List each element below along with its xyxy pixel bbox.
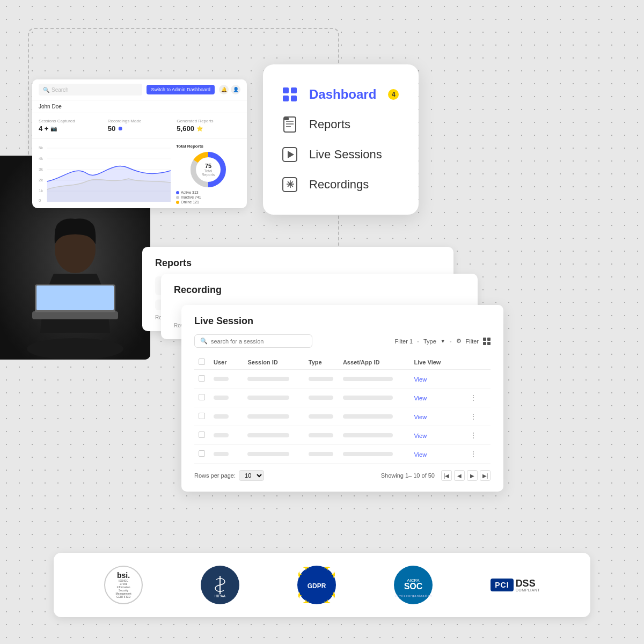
table-footer: Rows per page: 10 25 50 Showing 1– 10 of… (194, 470, 491, 481)
legend-item-online: Online 121 (176, 200, 240, 204)
filter1-button[interactable]: Filter 1 (394, 338, 413, 345)
rows-per-page-label: Rows per page: (194, 472, 236, 479)
svg-rect-26 (291, 87, 297, 93)
record-icon: ⏺ (118, 126, 123, 131)
grid-icon (280, 85, 299, 104)
generated-reports-stat: Generated Reports 5,600 ⭐ (177, 119, 240, 133)
recording-card-title: Recording (174, 284, 465, 296)
camera-icon: 📷 (50, 126, 57, 131)
asterisk-icon: ✳ (280, 175, 299, 194)
table-row: View ⋮ (194, 445, 491, 464)
more-options-icon[interactable]: ⋮ (470, 412, 477, 421)
row-checkbox[interactable] (199, 431, 205, 438)
last-page-button[interactable]: ▶| (480, 470, 491, 481)
rows-per-page-select[interactable]: 10 25 50 (239, 470, 264, 481)
type-skeleton (309, 433, 333, 437)
search-session-input[interactable]: 🔍 (194, 334, 312, 348)
header-type: Type (304, 355, 339, 370)
header-live-view: Live View (409, 355, 465, 370)
svg-text:HIPAA: HIPAA (215, 594, 226, 598)
header-session-id: Session ID (243, 355, 304, 370)
next-page-button[interactable]: ▶ (467, 470, 478, 481)
donut-value: 75 (199, 163, 218, 169)
svg-marker-35 (288, 151, 294, 158)
user-avatar-icon[interactable]: 👤 (231, 85, 240, 94)
donut-chart: Total Reports 75 Total Reports Active 31… (176, 144, 240, 203)
svg-rect-22 (32, 311, 118, 319)
session-table: User Session ID Type Asset/App ID Live V… (194, 355, 491, 464)
generated-reports-label: Generated Reports (177, 119, 240, 123)
view-link[interactable]: View (414, 433, 427, 439)
prev-page-button[interactable]: ◀ (454, 470, 465, 481)
recordings-made-stat: Recordings Made 50 ⏺ (108, 119, 172, 133)
nav-item-dashboard[interactable]: Dashboard 4 (280, 79, 401, 109)
donut-title: Total Reports (176, 144, 203, 149)
type-skeleton (309, 377, 333, 381)
certification-bar: bsi. ISO/IEC27001InformationSecurityMana… (54, 553, 590, 617)
reports-nav-label: Reports (309, 118, 350, 131)
nav-item-reports[interactable]: Reports (280, 109, 401, 140)
svg-rect-27 (283, 96, 289, 101)
user-skeleton (214, 396, 229, 400)
aicpa-soc-cert: AICPA SOC serviceorganization (394, 566, 433, 604)
notification-icon[interactable]: 🔔 (219, 85, 229, 94)
sessions-captured-stat: Sessions Captured 4 + 📷 (39, 119, 103, 133)
live-session-title: Live Session (194, 316, 491, 327)
svg-marker-45 (335, 582, 335, 588)
sessions-captured-label: Sessions Captured (39, 119, 103, 123)
switch-admin-button[interactable]: Switch to Admin Dashboard (147, 85, 215, 94)
user-skeleton (214, 452, 229, 456)
svg-text:5k: 5k (39, 145, 43, 150)
live-sessions-nav-label: Live Sessions (309, 148, 382, 162)
hipaa-logo: HIPAA (201, 566, 239, 604)
more-options-icon[interactable]: ⋮ (470, 450, 477, 458)
select-all-checkbox[interactable] (199, 358, 205, 365)
charts-row: 5k 4k 3k 2k 1k 0 AY OCT (32, 138, 247, 208)
nav-item-live-sessions[interactable]: Live Sessions (280, 140, 401, 170)
legend-item-active: Active 313 (176, 191, 240, 194)
row-checkbox[interactable] (199, 413, 205, 419)
table-header: User Session ID Type Asset/App ID Live V… (194, 355, 491, 370)
svg-text:GDPR: GDPR (308, 582, 326, 590)
table-row: View ⋮ (194, 407, 491, 426)
svg-text:SOC: SOC (404, 582, 423, 591)
session-table-body: View View ⋮ View ⋮ (194, 370, 491, 464)
play-icon (280, 145, 299, 164)
more-options-icon[interactable]: ⋮ (470, 393, 477, 402)
view-link[interactable]: View (414, 451, 427, 458)
recordings-nav-label: Recordings (309, 178, 369, 192)
nav-item-recordings[interactable]: ✳ Recordings (280, 170, 401, 200)
view-link[interactable]: View (414, 414, 427, 420)
view-link[interactable]: View (414, 395, 427, 401)
grid-view-icon[interactable] (483, 338, 491, 345)
session-id-skeleton (247, 452, 289, 456)
first-page-button[interactable]: |◀ (441, 470, 452, 481)
session-id-skeleton (247, 414, 289, 419)
search-session-field[interactable] (211, 338, 306, 345)
svg-point-20 (27, 338, 123, 360)
asset-skeleton (343, 377, 393, 381)
type-button[interactable]: Type (423, 338, 436, 345)
svg-marker-42 (313, 567, 320, 567)
filter-button[interactable]: Filter (466, 338, 479, 345)
search-bar[interactable]: 🔍 Search (39, 84, 142, 96)
row-checkbox[interactable] (199, 394, 205, 400)
view-link[interactable]: View (414, 376, 427, 383)
session-id-skeleton (247, 396, 289, 400)
svg-text:2k: 2k (39, 178, 43, 182)
header-user: User (209, 355, 243, 370)
header-checkbox-col (194, 355, 209, 370)
svg-rect-33 (284, 118, 289, 120)
bsi-logo: bsi. ISO/IEC27001InformationSecurityMana… (104, 566, 143, 604)
svg-rect-24 (36, 286, 114, 310)
type-skeleton (309, 452, 333, 456)
svg-text:1k: 1k (39, 188, 43, 193)
aicpa-soc-logo: AICPA SOC serviceorganization (394, 566, 433, 604)
star-icon: ⭐ (196, 126, 203, 131)
row-checkbox[interactable] (199, 450, 205, 457)
user-skeleton (214, 414, 229, 419)
admin-dashboard-card: 🔍 Search Switch to Admin Dashboard 🔔 👤 J… (32, 79, 247, 208)
pci-dss-cert: PCI DSS COMPLIANT (491, 579, 540, 592)
row-checkbox[interactable] (199, 375, 205, 382)
more-options-icon[interactable]: ⋮ (470, 431, 477, 440)
